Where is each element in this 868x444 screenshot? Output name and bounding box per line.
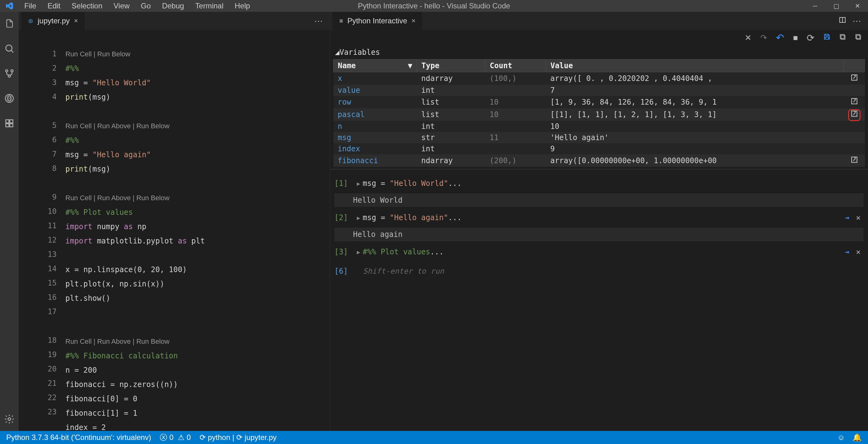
svg-point-0	[6, 45, 12, 52]
var-value: 'Hello again'	[546, 132, 843, 143]
variable-row[interactable]: xndarray(100,)array([ 0. , 0.2020202 , 0…	[334, 72, 865, 85]
variable-row[interactable]: valueint7	[334, 85, 865, 96]
menu-selection[interactable]: Selection	[66, 0, 108, 12]
show-variable-in-data-viewer-icon[interactable]	[850, 98, 858, 107]
code-line: #%% Plot values	[65, 208, 133, 217]
var-value: 7	[546, 85, 843, 96]
code-line: plt.show()	[65, 294, 111, 303]
var-name: row	[334, 96, 417, 108]
menu-terminal[interactable]: Terminal	[190, 0, 229, 12]
code-line: fibonacci[1] = 1	[65, 409, 137, 417]
show-variable-in-data-viewer-icon[interactable]	[850, 75, 858, 84]
source-control-icon[interactable]	[4, 68, 15, 79]
col-name[interactable]: Name ▼	[334, 60, 417, 72]
more-actions-icon[interactable]: ⋯	[314, 16, 323, 26]
var-name: x	[334, 72, 417, 85]
svg-point-11	[8, 418, 11, 421]
notifications-bell-icon[interactable]: 🔔	[852, 433, 862, 442]
chevron-right-icon[interactable]: ▶	[357, 215, 360, 221]
menu-file[interactable]: File	[19, 0, 42, 12]
more-actions-icon[interactable]: ⋯	[852, 16, 861, 26]
var-name: fibonacci	[334, 154, 417, 167]
variables-header[interactable]: ◢Variables	[333, 45, 865, 59]
collapse-all-icon[interactable]	[855, 33, 862, 43]
menu-help[interactable]: Help	[229, 0, 256, 12]
cell-1[interactable]: [1] ▶ msg = "Hello World"...	[334, 179, 864, 188]
tab-python-interactive[interactable]: ≡ Python Interactive ×	[333, 12, 423, 30]
feedback-smiley-icon[interactable]: ☺	[837, 433, 845, 442]
search-icon[interactable]	[4, 43, 15, 54]
cell-code: msg = "Hello again"...	[363, 213, 462, 222]
cell-output: Hello again	[334, 228, 864, 241]
debug-icon[interactable]	[4, 93, 15, 104]
explorer-icon[interactable]	[4, 18, 15, 29]
list-icon: ≡	[339, 18, 343, 25]
codelens-run-cell[interactable]: Run Cell | Run Above | Run Below	[65, 194, 169, 202]
var-type: list	[417, 108, 485, 121]
variable-row[interactable]: indexint9	[334, 143, 865, 154]
editor-pane: ⊕ jupyter.py × ⋯ 1234 5678 9101112 13141…	[19, 12, 330, 431]
variable-row[interactable]: msgstr11'Hello again'	[334, 132, 865, 143]
stop-icon[interactable]: ■	[793, 33, 798, 43]
cell-code: #%% Plot values...	[363, 248, 444, 256]
col-value[interactable]: Value	[546, 60, 843, 72]
close-tab-icon[interactable]: ×	[74, 17, 78, 25]
col-type[interactable]: Type	[417, 60, 485, 72]
cancel-icon[interactable]: ✕	[745, 33, 751, 43]
svg-point-2	[6, 70, 8, 72]
save-icon[interactable]	[823, 33, 831, 43]
cell-output: Hello World	[334, 193, 864, 207]
minimize-button[interactable]: ─	[805, 0, 826, 12]
cell-input-placeholder[interactable]: Shift-enter to run	[363, 267, 444, 276]
goto-code-icon[interactable]: ⇥	[845, 213, 849, 222]
restart-icon[interactable]: ⟳	[807, 32, 814, 43]
codelens-run-cell[interactable]: Run Cell | Run Below	[65, 50, 130, 58]
code-line: import matplotlib.pyplot as plt	[65, 236, 205, 245]
delete-cell-icon[interactable]: ✕	[856, 213, 861, 222]
show-variable-in-data-viewer-icon[interactable]	[850, 157, 858, 166]
var-type: int	[417, 143, 485, 154]
var-type: ndarray	[417, 154, 485, 167]
settings-gear-icon[interactable]	[4, 413, 15, 425]
delete-cell-icon[interactable]: ✕	[856, 248, 861, 256]
split-editor-icon[interactable]	[839, 16, 846, 26]
chevron-right-icon[interactable]: ▶	[357, 180, 360, 187]
menu-debug[interactable]: Debug	[156, 0, 190, 12]
variable-row[interactable]: nint10	[334, 121, 865, 132]
var-value: 9	[546, 143, 843, 154]
close-button[interactable]: ✕	[847, 0, 868, 12]
close-tab-icon[interactable]: ×	[411, 17, 415, 25]
menu-edit[interactable]: Edit	[42, 0, 66, 12]
variable-row[interactable]: fibonaccindarray(200,)array([0.00000000e…	[334, 154, 865, 167]
status-kernel[interactable]: ⟳ python | ⟳ jupyter.py	[199, 433, 277, 442]
cell-input[interactable]: [6] Shift-enter to run	[334, 267, 864, 276]
redo-icon[interactable]: ↷	[760, 33, 767, 43]
codelens-run-cell[interactable]: Run Cell | Run Above | Run Below	[65, 122, 169, 130]
variable-row[interactable]: rowlist10[1, 9, 36, 84, 126, 126, 84, 36…	[334, 96, 865, 108]
var-name: value	[334, 85, 417, 96]
show-variable-in-data-viewer-icon[interactable]	[848, 109, 861, 121]
minimap[interactable]	[316, 30, 330, 431]
cell-prompt: [6]	[334, 267, 357, 276]
status-problems[interactable]: ⓧ 0 ⚠ 0	[160, 433, 190, 442]
goto-code-icon[interactable]: ⇥	[845, 248, 849, 256]
var-count	[485, 143, 546, 154]
expand-all-icon[interactable]	[839, 33, 846, 43]
tab-jupyter-py[interactable]: ⊕ jupyter.py ×	[21, 12, 85, 30]
vscode-logo-icon	[0, 2, 19, 10]
maximize-button[interactable]: ▢	[826, 0, 847, 12]
col-count[interactable]: Count	[485, 60, 546, 72]
extensions-icon[interactable]	[4, 118, 15, 129]
editor-body[interactable]: 1234 5678 9101112 1314151617 18192021222…	[19, 30, 330, 431]
cell-3[interactable]: [3] ▶ #%% Plot values... ⇥ ✕	[334, 248, 864, 256]
codelens-run-cell[interactable]: Run Cell | Run Above | Run Below	[65, 338, 169, 345]
code-content[interactable]: Run Cell | Run Below #%% msg = "Hello Wo…	[65, 30, 316, 431]
status-python-interpreter[interactable]: Python 3.7.3 64-bit ('Continuum': virtua…	[6, 433, 151, 442]
chevron-right-icon[interactable]: ▶	[357, 249, 360, 255]
menu-go[interactable]: Go	[135, 0, 156, 12]
variable-row[interactable]: pascallist10[[1], [1, 1], [1, 2, 1], [1,…	[334, 108, 865, 121]
interactive-toolbar: ✕ ↷ ↶ ■ ⟳	[330, 30, 868, 45]
undo-icon[interactable]: ↶	[776, 32, 784, 43]
menu-view[interactable]: View	[108, 0, 135, 12]
cell-2[interactable]: [2] ▶ msg = "Hello again"... ⇥ ✕	[334, 213, 864, 222]
